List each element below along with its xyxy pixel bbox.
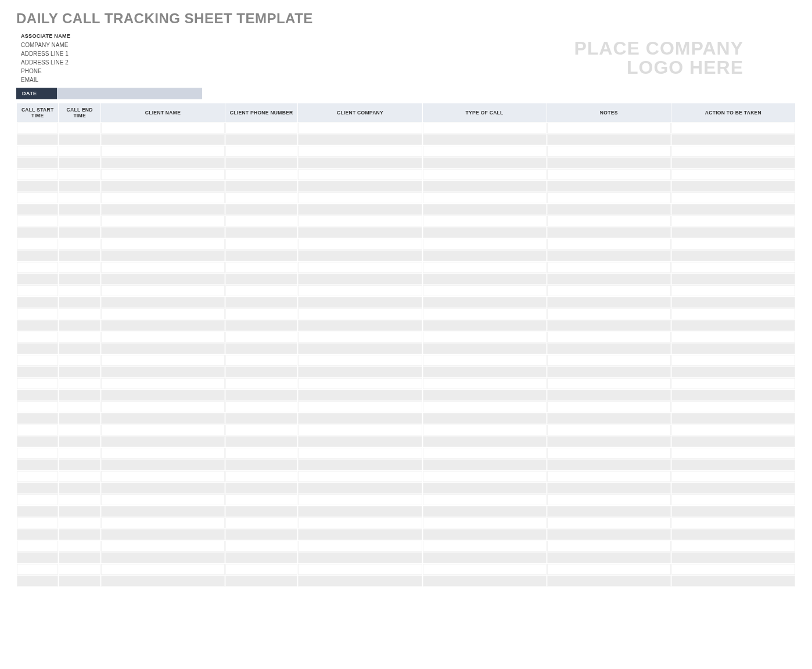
table-cell[interactable] — [225, 355, 297, 366]
table-cell[interactable] — [101, 541, 225, 552]
table-cell[interactable] — [17, 239, 58, 250]
table-cell[interactable] — [101, 378, 225, 389]
table-cell[interactable] — [671, 204, 795, 215]
table-cell[interactable] — [547, 157, 671, 168]
table-cell[interactable] — [225, 459, 297, 470]
table-cell[interactable] — [101, 494, 225, 505]
table-cell[interactable] — [671, 169, 795, 180]
table-cell[interactable] — [423, 494, 547, 505]
table-cell[interactable] — [17, 285, 58, 296]
table-cell[interactable] — [671, 425, 795, 436]
table-cell[interactable] — [423, 239, 547, 250]
table-cell[interactable] — [547, 215, 671, 226]
table-cell[interactable] — [671, 320, 795, 331]
table-cell[interactable] — [671, 413, 795, 424]
table-cell[interactable] — [59, 552, 100, 563]
table-cell[interactable] — [17, 355, 58, 366]
table-cell[interactable] — [547, 146, 671, 157]
table-cell[interactable] — [547, 204, 671, 215]
table-cell[interactable] — [298, 413, 422, 424]
table-cell[interactable] — [17, 320, 58, 331]
table-cell[interactable] — [225, 169, 297, 180]
table-cell[interactable] — [298, 157, 422, 168]
table-cell[interactable] — [225, 308, 297, 319]
table-cell[interactable] — [298, 517, 422, 528]
table-cell[interactable] — [225, 262, 297, 273]
table-cell[interactable] — [59, 215, 100, 226]
table-cell[interactable] — [298, 506, 422, 517]
table-cell[interactable] — [423, 274, 547, 285]
table-cell[interactable] — [547, 401, 671, 412]
table-cell[interactable] — [17, 250, 58, 261]
table-cell[interactable] — [225, 204, 297, 215]
table-cell[interactable] — [59, 506, 100, 517]
table-cell[interactable] — [298, 250, 422, 261]
table-cell[interactable] — [547, 483, 671, 494]
table-cell[interactable] — [225, 285, 297, 296]
table-cell[interactable] — [17, 459, 58, 470]
table-cell[interactable] — [59, 157, 100, 168]
table-cell[interactable] — [59, 181, 100, 192]
table-cell[interactable] — [59, 413, 100, 424]
table-cell[interactable] — [298, 192, 422, 203]
table-cell[interactable] — [298, 552, 422, 563]
table-cell[interactable] — [17, 204, 58, 215]
table-cell[interactable] — [225, 274, 297, 285]
table-cell[interactable] — [225, 483, 297, 494]
table-cell[interactable] — [225, 366, 297, 377]
table-cell[interactable] — [101, 459, 225, 470]
table-cell[interactable] — [671, 262, 795, 273]
table-cell[interactable] — [225, 564, 297, 575]
table-cell[interactable] — [298, 297, 422, 308]
table-cell[interactable] — [423, 181, 547, 192]
table-cell[interactable] — [17, 425, 58, 436]
table-cell[interactable] — [423, 471, 547, 482]
table-cell[interactable] — [547, 390, 671, 401]
table-cell[interactable] — [423, 134, 547, 145]
table-cell[interactable] — [59, 262, 100, 273]
table-cell[interactable] — [298, 227, 422, 238]
table-cell[interactable] — [423, 425, 547, 436]
table-cell[interactable] — [101, 483, 225, 494]
table-cell[interactable] — [298, 146, 422, 157]
table-cell[interactable] — [101, 366, 225, 377]
table-cell[interactable] — [17, 343, 58, 354]
table-cell[interactable] — [225, 227, 297, 238]
table-cell[interactable] — [547, 471, 671, 482]
table-cell[interactable] — [59, 169, 100, 180]
table-cell[interactable] — [225, 343, 297, 354]
table-cell[interactable] — [101, 320, 225, 331]
table-cell[interactable] — [423, 262, 547, 273]
table-cell[interactable] — [59, 494, 100, 505]
table-cell[interactable] — [101, 332, 225, 343]
table-cell[interactable] — [17, 552, 58, 563]
table-cell[interactable] — [671, 285, 795, 296]
table-cell[interactable] — [298, 471, 422, 482]
table-cell[interactable] — [671, 541, 795, 552]
table-cell[interactable] — [59, 564, 100, 575]
table-cell[interactable] — [671, 355, 795, 366]
table-cell[interactable] — [59, 517, 100, 528]
table-cell[interactable] — [225, 192, 297, 203]
date-input[interactable] — [57, 88, 202, 99]
table-cell[interactable] — [671, 192, 795, 203]
table-cell[interactable] — [423, 192, 547, 203]
table-cell[interactable] — [671, 308, 795, 319]
table-cell[interactable] — [225, 401, 297, 412]
table-cell[interactable] — [671, 506, 795, 517]
table-cell[interactable] — [101, 204, 225, 215]
table-cell[interactable] — [298, 204, 422, 215]
table-cell[interactable] — [671, 297, 795, 308]
table-cell[interactable] — [59, 436, 100, 447]
table-cell[interactable] — [423, 436, 547, 447]
table-cell[interactable] — [671, 564, 795, 575]
table-cell[interactable] — [423, 506, 547, 517]
table-cell[interactable] — [671, 366, 795, 377]
table-cell[interactable] — [547, 134, 671, 145]
table-cell[interactable] — [59, 390, 100, 401]
table-cell[interactable] — [17, 506, 58, 517]
table-cell[interactable] — [17, 436, 58, 447]
table-cell[interactable] — [547, 274, 671, 285]
table-cell[interactable] — [671, 274, 795, 285]
table-cell[interactable] — [671, 227, 795, 238]
